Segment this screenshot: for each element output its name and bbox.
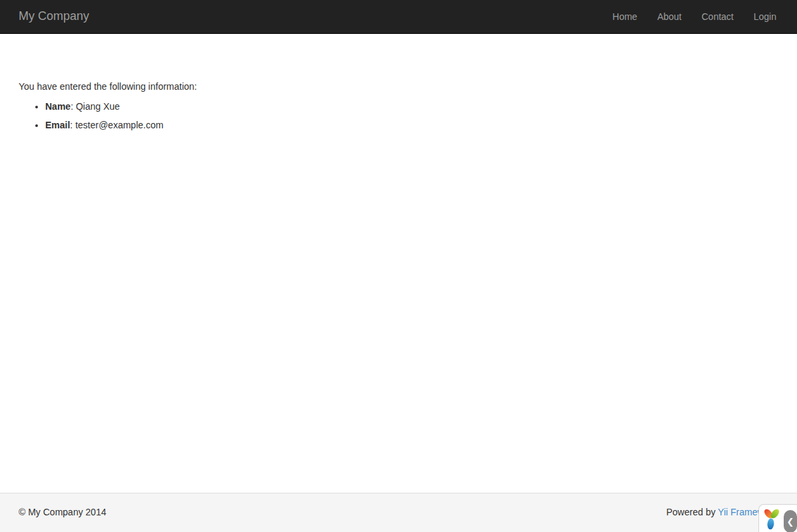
page: My Company Home About Contact Login bbox=[0, 0, 797, 532]
field-label: Email bbox=[45, 120, 70, 130]
intro-text: You have entered the following informati… bbox=[19, 80, 778, 94]
field-separator: : bbox=[71, 101, 76, 112]
list-item: Name: Qiang Xue bbox=[45, 100, 778, 114]
yii-logo-icon[interactable] bbox=[762, 508, 782, 532]
navbar-link[interactable]: Home bbox=[603, 0, 647, 33]
navbar-item: Home bbox=[603, 0, 647, 33]
navbar-item: Contact bbox=[691, 0, 743, 33]
navbar-link[interactable]: Contact bbox=[691, 0, 743, 33]
copyright-text: © My Company 2014 bbox=[19, 506, 106, 519]
navbar-item: Login bbox=[744, 0, 786, 33]
navbar-menu: Home About Contact Login bbox=[603, 0, 786, 33]
navbar-link[interactable]: Login bbox=[744, 0, 786, 33]
list-item: Email: tester@example.com bbox=[45, 119, 778, 132]
field-value: tester@example.com bbox=[75, 120, 163, 130]
debug-toolbar: ❮ bbox=[758, 504, 797, 532]
field-separator: : bbox=[70, 120, 75, 130]
info-list: Name: Qiang Xue Email: tester@example.co… bbox=[19, 100, 778, 132]
main-content: You have entered the following informati… bbox=[0, 34, 797, 132]
navbar: My Company Home About Contact Login bbox=[0, 0, 797, 34]
navbar-link[interactable]: About bbox=[647, 0, 692, 33]
field-value: Qiang Xue bbox=[76, 101, 120, 112]
powered-by-text: Powered by bbox=[666, 507, 718, 517]
debug-toolbar-toggle-button[interactable]: ❮ bbox=[784, 510, 797, 532]
chevron-left-icon: ❮ bbox=[787, 517, 794, 526]
field-label: Name bbox=[45, 101, 71, 112]
navbar-brand[interactable]: My Company bbox=[19, 8, 89, 25]
navbar-item: About bbox=[647, 0, 692, 33]
footer: © My Company 2014 Powered by Yii Framewo… bbox=[0, 493, 797, 532]
